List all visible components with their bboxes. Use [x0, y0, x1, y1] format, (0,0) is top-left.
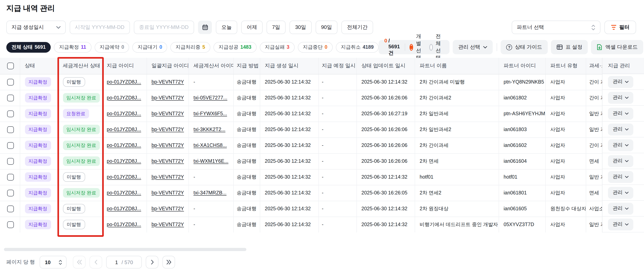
payout-id-link[interactable]: po-01JYZD8J...	[107, 127, 141, 132]
row-manage-button[interactable]: 관리	[608, 76, 633, 88]
payout-id-link[interactable]: po-01JYZD8J...	[107, 174, 141, 180]
table-settings-button[interactable]: 표 설정	[551, 40, 588, 54]
quick-range-button-1[interactable]: 어제	[241, 20, 262, 34]
row-manage-button[interactable]: 관리	[608, 139, 633, 151]
bulk-payout-id-link[interactable]: bp-VEVNT72Y	[152, 127, 184, 132]
row-checkbox[interactable]	[7, 221, 14, 228]
status-chip-1[interactable]: 지급확정11	[54, 42, 91, 52]
quick-range-button-4[interactable]: 90일	[316, 20, 338, 34]
tax-invoice-id-link[interactable]: txi-WXM1Y6E...	[194, 158, 228, 164]
bulk-payout-id-link[interactable]: bp-VEVNT72Y	[152, 174, 184, 180]
cell-method: 송금대행	[237, 222, 256, 227]
cell-partner-type: 사업자	[550, 126, 565, 132]
chevron-down-icon	[625, 96, 628, 99]
row-manage-button[interactable]: 관리	[608, 108, 633, 120]
status-chip-4[interactable]: 지급처리중5	[170, 42, 210, 52]
bulk-payout-id-link[interactable]: bp-VEVNT72Y	[152, 158, 184, 164]
status-chip-3[interactable]: 지급대기0	[132, 42, 167, 52]
status-chip-5[interactable]: 지급성공1483	[214, 42, 257, 52]
calendar-button[interactable]	[198, 20, 212, 34]
payout-id-link[interactable]: po-01JYZD8J...	[107, 95, 141, 100]
radio-selected-icon[interactable]	[410, 44, 413, 50]
tax-invoice-id-link[interactable]: txi-347MRZB...	[194, 190, 226, 196]
manage-button-label: 관리	[613, 94, 622, 101]
status-chip-8[interactable]: 지급취소4189	[336, 42, 379, 52]
filter-button[interactable]: 필터	[604, 20, 636, 34]
radio-individual-select[interactable]: 개별선택	[410, 33, 424, 62]
radio-unselected-icon[interactable]	[429, 44, 433, 50]
cell-partner-type: 사업자	[550, 158, 565, 164]
cell-partner-id: ptn-YQ8N29NKB5	[504, 79, 544, 85]
payout-id-link[interactable]: po-01JYZD8J...	[107, 158, 141, 164]
quick-range-button-0[interactable]: 오늘	[216, 20, 237, 34]
status-chip-2[interactable]: 지급예약0	[94, 42, 129, 52]
row-manage-button[interactable]: 관리	[608, 202, 633, 214]
payout-id-link[interactable]: po-01JYZD8J...	[107, 206, 141, 212]
cell-partner-name: 2차 면세2	[420, 190, 442, 196]
row-checkbox[interactable]	[7, 205, 14, 212]
row-manage-button[interactable]: 관리	[608, 92, 633, 104]
row-manage-button[interactable]: 관리	[608, 187, 633, 198]
row-checkbox[interactable]	[7, 94, 14, 101]
start-date-input[interactable]: 시작일 YYYY-MM-DD	[70, 20, 130, 34]
row-manage-button[interactable]: 관리	[608, 171, 633, 183]
column-header-updated: 상태 업데이트 일시	[356, 58, 415, 74]
bulk-payout-id-link[interactable]: bp-VEVNT72Y	[152, 206, 184, 212]
end-date-input[interactable]: 종료일 YYYY-MM-DD	[134, 20, 194, 34]
tax-invoice-id-link[interactable]: txi-05VE7277...	[194, 95, 227, 100]
radio-select-all[interactable]: 전체선택	[429, 33, 444, 62]
tax-invoice-id-link[interactable]: txi-FYWX6F5...	[194, 111, 227, 116]
last-page-button[interactable]	[162, 256, 175, 268]
cell-partner-id: ian061803	[504, 127, 527, 132]
chevron-down-icon	[625, 176, 628, 178]
payout-id-link[interactable]: po-01JYZD8J...	[107, 142, 141, 148]
cell-partner-type: 사업자	[550, 190, 565, 196]
row-checkbox[interactable]	[7, 78, 14, 85]
manage-select-button[interactable]: 관리 선택	[453, 40, 492, 54]
row-checkbox[interactable]	[7, 142, 14, 149]
table-row: 지급확정미발행po-01JYZD8J...bp-VEVNT72Y-송금대행202…	[0, 201, 644, 216]
chevron-down-icon	[56, 26, 60, 29]
page-indicator[interactable]: 1 / 570	[106, 256, 142, 268]
quick-range-button-3[interactable]: 30일	[290, 20, 312, 34]
row-checkbox[interactable]	[7, 126, 14, 133]
status-chip-7[interactable]: 지급중단0	[298, 42, 332, 52]
horizontal-scrollbar[interactable]	[4, 248, 246, 251]
payout-id-link[interactable]: po-01JYZD8J...	[107, 222, 141, 227]
first-page-button[interactable]	[73, 256, 86, 268]
row-checkbox[interactable]	[7, 158, 14, 164]
status-guide-button[interactable]: ? 상태 가이드	[500, 40, 548, 54]
excel-download-button[interactable]: 엑셀 다운로드	[591, 40, 643, 54]
status-chip-label: 전체 상태	[12, 44, 33, 50]
payout-id-link[interactable]: po-01JYZD8J...	[107, 190, 141, 196]
selection-summary: 0 / 5691건 개별선택 전체선택	[379, 40, 450, 54]
bulk-payout-id-link[interactable]: bp-VEVNT72Y	[152, 142, 184, 148]
row-manage-button[interactable]: 관리	[608, 155, 633, 167]
payout-id-link[interactable]: po-01JYZD8J...	[107, 79, 141, 85]
row-checkbox[interactable]	[7, 174, 14, 180]
tax-invoice-id-link[interactable]: txi-XA1CHS8...	[194, 142, 227, 148]
row-manage-button[interactable]: 관리	[608, 218, 633, 230]
next-page-button[interactable]	[146, 256, 158, 268]
quick-range-button-2[interactable]: 7일	[266, 20, 286, 34]
row-checkbox[interactable]	[7, 190, 14, 196]
table-row: 지급확정미발행po-01JYZD8J...bp-VEVNT72Y-송금대행202…	[0, 169, 644, 185]
date-type-select[interactable]: 지급 생성일시	[6, 20, 66, 34]
status-chip-count: 0	[160, 44, 162, 50]
partner-select[interactable]: 파트너 선택	[512, 20, 600, 34]
bulk-payout-id-link[interactable]: bp-VEVNT72Y	[152, 79, 184, 85]
quick-range-button-5[interactable]: 전체기간	[342, 20, 373, 34]
bulk-payout-id-link[interactable]: bp-VEVNT72Y	[152, 95, 184, 100]
row-checkbox[interactable]	[7, 110, 14, 117]
previous-page-button[interactable]	[90, 256, 102, 268]
bulk-payout-id-link[interactable]: bp-VEVNT72Y	[152, 190, 184, 196]
payout-id-link[interactable]: po-01JYZD8J...	[107, 111, 141, 116]
status-chip-6[interactable]: 지급실패3	[260, 42, 294, 52]
select-all-checkbox[interactable]	[7, 62, 14, 69]
rows-per-page-select[interactable]: 10	[40, 256, 66, 268]
row-manage-button[interactable]: 관리	[608, 123, 633, 135]
status-chip-0[interactable]: 전체 상태5691	[6, 42, 51, 52]
bulk-payout-id-link[interactable]: bp-VEVNT72Y	[152, 111, 184, 116]
tax-invoice-id-link[interactable]: txi-3KKK2T2...	[194, 127, 225, 132]
bulk-payout-id-link[interactable]: bp-VEVNT72Y	[152, 222, 184, 227]
